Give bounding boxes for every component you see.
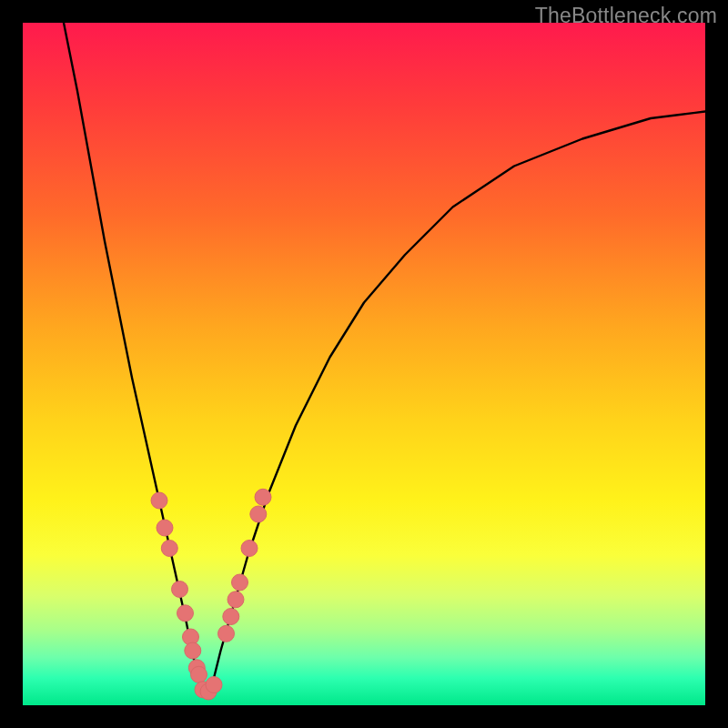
data-marker (255, 489, 271, 505)
bottleneck-curve-svg (23, 23, 705, 705)
data-marker (151, 492, 167, 509)
data-marker (172, 581, 188, 598)
data-marker (191, 666, 207, 682)
data-marker (177, 605, 194, 622)
data-marker (218, 625, 235, 642)
bottleneck-curve-path (64, 23, 705, 692)
data-marker (228, 592, 244, 608)
data-marker (185, 642, 201, 659)
data-marker (250, 506, 267, 522)
data-marker (223, 609, 239, 625)
data-marker (206, 677, 222, 693)
data-marker (232, 574, 248, 591)
data-marker (241, 541, 258, 557)
data-marker (161, 541, 177, 557)
plot-area (23, 23, 705, 705)
data-markers (151, 489, 271, 700)
chart-frame: TheBottleneck.com (0, 0, 728, 728)
data-marker (157, 520, 173, 536)
